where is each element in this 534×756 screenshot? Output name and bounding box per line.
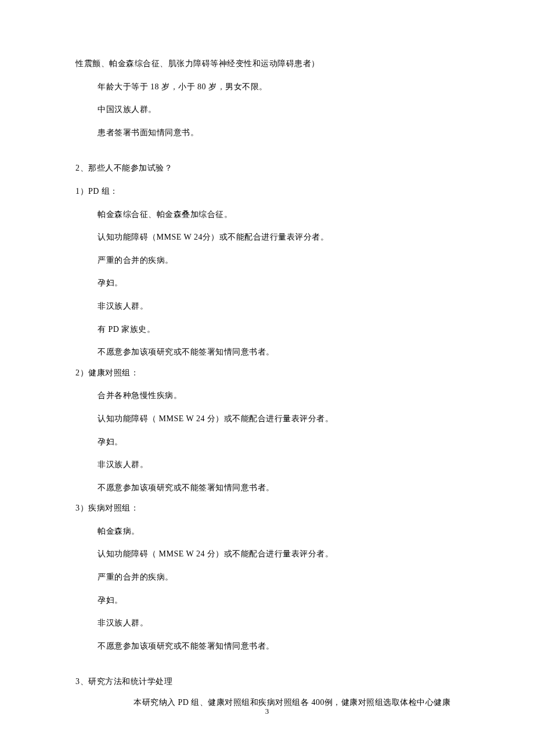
body-text: 非汉族人群。 xyxy=(75,459,464,471)
body-text: 不愿意参加该项研究或不能签署知情同意书者。 xyxy=(75,641,464,652)
body-text: 患者签署书面知情同意书。 xyxy=(75,127,464,139)
body-text: 孕妇。 xyxy=(75,595,464,606)
body-text: 孕妇。 xyxy=(75,436,464,448)
body-text: 中国汉族人群。 xyxy=(75,104,464,115)
body-text: 非汉族人群。 xyxy=(75,301,464,312)
body-text: 不愿意参加该项研究或不能签署知情同意书者。 xyxy=(75,482,464,494)
body-text: 帕金森综合征、帕金森叠加综合征。 xyxy=(75,209,464,220)
body-text: 年龄大于等于 18 岁，小于 80 岁，男女不限。 xyxy=(75,81,464,93)
page-number: 3 xyxy=(0,706,534,717)
document-page: 性震颤、帕金森综合征、肌张力障碍等神经变性和运动障碍患者） 年龄大于等于 18 … xyxy=(0,0,534,756)
body-text: 有 PD 家族史。 xyxy=(75,324,464,335)
group-heading: 1）PD 组： xyxy=(75,186,464,197)
section-heading: 3、研究方法和统计学处理 xyxy=(75,676,464,688)
body-text: 孕妇。 xyxy=(75,277,464,289)
body-text: 严重的合并的疾病。 xyxy=(75,571,464,583)
body-text: 不愿意参加该项研究或不能签署知情同意书者。 xyxy=(75,346,464,358)
body-text: 帕金森病。 xyxy=(75,526,464,537)
group-heading: 3）疾病对照组： xyxy=(75,502,464,514)
body-text: 非汉族人群。 xyxy=(75,617,464,629)
body-text: 合并各种急慢性疾病。 xyxy=(75,390,464,401)
body-text: 认知功能障碍（MMSE W 24分）或不能配合进行量表评分者。 xyxy=(75,231,464,243)
body-text: 严重的合并的疾病。 xyxy=(75,255,464,266)
section-heading: 2、那些人不能参加试验？ xyxy=(75,162,464,174)
group-heading: 2）健康对照组： xyxy=(75,367,464,379)
body-text: 认知功能障碍（ MMSE W 24 分）或不能配合进行量表评分者。 xyxy=(75,413,464,425)
body-text: 认知功能障碍（ MMSE W 24 分）或不能配合进行量表评分者。 xyxy=(75,548,464,560)
body-text: 性震颤、帕金森综合征、肌张力障碍等神经变性和运动障碍患者） xyxy=(75,58,464,70)
